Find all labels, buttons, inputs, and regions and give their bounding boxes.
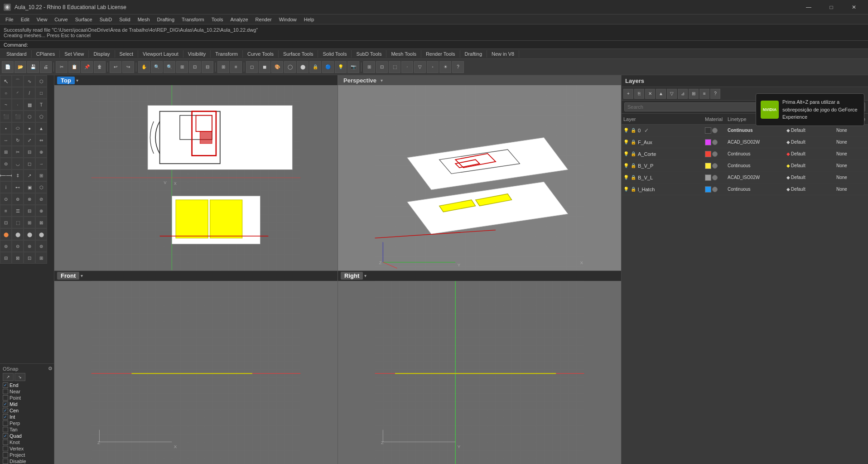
- tb-desel[interactable]: ⊡: [376, 61, 388, 73]
- tab-cplanes[interactable]: CPlanes: [32, 50, 60, 58]
- tab-set-view[interactable]: Set View: [60, 50, 89, 58]
- lt-run3[interactable]: ⬤: [24, 228, 35, 240]
- tb-mat[interactable]: 🔵: [322, 61, 334, 73]
- lt-misc3[interactable]: ⊛: [24, 240, 35, 252]
- layer-lhatch-color-circle[interactable]: [712, 187, 718, 192]
- lt-line[interactable]: /: [24, 87, 35, 99]
- menu-curve[interactable]: Curve: [51, 16, 71, 23]
- tb-copy[interactable]: 📋: [68, 61, 80, 73]
- tb-zoom-sel[interactable]: ⊡: [189, 61, 201, 73]
- close-button[interactable]: ✕: [844, 0, 864, 14]
- lt-layer3[interactable]: ⊟: [24, 205, 35, 217]
- osnap-disable-check[interactable]: [3, 459, 8, 464]
- menu-surface[interactable]: Surface: [72, 16, 96, 23]
- tb-render[interactable]: 🎨: [271, 61, 283, 73]
- vp-perspective-label[interactable]: Perspective: [341, 77, 379, 84]
- viewport-front[interactable]: Front ▾ Z X: [54, 271, 338, 464]
- menu-analyze[interactable]: Analyze: [227, 16, 251, 23]
- osnap-quad-check[interactable]: ✓: [3, 433, 8, 439]
- tab-solid-tools[interactable]: Solid Tools: [318, 50, 352, 58]
- tb-wire[interactable]: ◻: [246, 61, 258, 73]
- layer-row-0[interactable]: 💡 🔒 0 ✓ Continuous ◆ Default None: [622, 125, 868, 136]
- tb-pts[interactable]: ·: [401, 61, 413, 73]
- lt-fillet[interactable]: ◡: [12, 158, 24, 169]
- tab-render-tools[interactable]: Render Tools: [421, 50, 460, 58]
- layer-up-btn[interactable]: ▲: [656, 89, 666, 99]
- lt-misc4[interactable]: ⊚: [35, 240, 47, 252]
- tb-zoom-in[interactable]: 🔍: [151, 61, 163, 73]
- lt-grips2[interactable]: ⊚: [12, 193, 24, 205]
- lt-misc2[interactable]: ⊝: [12, 240, 24, 252]
- tab-drafting[interactable]: Drafting: [460, 50, 487, 58]
- lt-dim2[interactable]: ⇕: [12, 169, 24, 181]
- lt-hatch[interactable]: ▦: [24, 99, 35, 111]
- layer-bvl-color-box[interactable]: [705, 174, 711, 181]
- layer-help-btn[interactable]: ?: [710, 89, 720, 99]
- layer-row-bvp[interactable]: 💡 🔒 B_V_P Continuous ◆ Default None ⊞: [622, 160, 868, 172]
- tb-cut[interactable]: ✂: [56, 61, 68, 73]
- osnap-vertex-check[interactable]: [3, 446, 8, 451]
- lt-sph[interactable]: ●: [24, 122, 35, 134]
- tab-mesh-tools[interactable]: Mesh Tools: [386, 50, 421, 58]
- vp-top-dropdown-icon[interactable]: ▾: [76, 78, 78, 83]
- tb-grid[interactable]: ⊞: [217, 61, 229, 73]
- osnap-btn2[interactable]: ↘: [14, 373, 25, 381]
- layer-faux-color-box[interactable]: [705, 139, 711, 145]
- maximize-button[interactable]: □: [821, 0, 842, 14]
- tb-pan[interactable]: ✋: [138, 61, 150, 73]
- tb-paste[interactable]: 📌: [81, 61, 93, 73]
- lt-surf1[interactable]: ⬛: [0, 111, 12, 122]
- lt-extend[interactable]: →: [35, 158, 47, 169]
- menu-drafting[interactable]: Drafting: [154, 16, 178, 23]
- tab-transform[interactable]: Transform: [211, 50, 243, 58]
- layer-acorte-color-box[interactable]: [705, 151, 711, 157]
- lt-spline[interactable]: ~: [0, 99, 12, 111]
- lt-dist[interactable]: ⊷: [12, 181, 24, 193]
- lt-dim[interactable]: ⟵⟶: [0, 169, 12, 181]
- lt-split[interactable]: ⊟: [24, 146, 35, 158]
- lt-run4[interactable]: ⬤: [35, 228, 47, 240]
- osnap-near-check[interactable]: [3, 389, 8, 394]
- vp-front-dropdown-icon[interactable]: ▾: [81, 273, 83, 278]
- lt-mirror[interactable]: ⇔: [35, 134, 47, 146]
- tb-pts2[interactable]: ◦: [427, 61, 439, 73]
- vp-right-dropdown-icon[interactable]: ▾: [364, 273, 366, 278]
- lt-grips3[interactable]: ⊗: [24, 193, 35, 205]
- osnap-tan-check[interactable]: [3, 427, 8, 432]
- lt-3d1[interactable]: ⬡: [24, 111, 35, 122]
- tb-zoom-out[interactable]: 🔍: [164, 61, 175, 73]
- lt-array[interactable]: ⊞: [0, 146, 12, 158]
- menu-view[interactable]: View: [33, 16, 51, 23]
- lt-circle[interactable]: ○: [0, 87, 12, 99]
- layer-row-bvl[interactable]: 💡 🔒 B_V_L ACAD_ISO02W ◆ Default None ⊞: [622, 172, 868, 184]
- lt-run2[interactable]: ⬤: [12, 228, 24, 240]
- layer-bvp-name[interactable]: B_V_P: [638, 163, 653, 169]
- tab-standard[interactable]: Standard: [2, 50, 32, 58]
- lt-offset[interactable]: ⊖: [0, 158, 12, 169]
- menu-file[interactable]: File: [2, 16, 17, 23]
- layer-acorte-color-circle[interactable]: [712, 151, 718, 157]
- menu-transform[interactable]: Transform: [178, 16, 208, 23]
- lt-layer8[interactable]: ⊠: [35, 217, 47, 228]
- tb-help[interactable]: ?: [452, 61, 464, 73]
- lt-run1[interactable]: ⬤: [0, 228, 12, 240]
- lt-select[interactable]: ↖: [0, 75, 12, 87]
- lt-rotate[interactable]: ↻: [12, 134, 24, 146]
- tb-camera[interactable]: 📷: [347, 61, 359, 73]
- vp-right-label[interactable]: Right: [341, 272, 363, 280]
- lt-layer7[interactable]: ⊞: [24, 217, 35, 228]
- osnap-btn1[interactable]: ↗: [3, 373, 14, 381]
- layer-delete-btn[interactable]: ✕: [645, 89, 655, 99]
- menu-render[interactable]: Render: [252, 16, 275, 23]
- menu-subd[interactable]: SubD: [96, 16, 116, 23]
- osnap-gear-icon[interactable]: ⚙: [48, 366, 53, 372]
- menu-solid[interactable]: Solid: [116, 16, 134, 23]
- layer-0-name[interactable]: 0: [638, 128, 641, 133]
- lt-text[interactable]: T: [35, 99, 47, 111]
- layer-lhatch-name[interactable]: l_Hatch: [638, 187, 655, 192]
- lt-grips1[interactable]: ⊙: [0, 193, 12, 205]
- tb-print[interactable]: 🖨: [40, 61, 52, 73]
- viewport-right[interactable]: Right ▾: [338, 271, 621, 464]
- tb-inv-sel[interactable]: ⬚: [389, 61, 400, 73]
- lt-curve2[interactable]: ∿: [24, 75, 35, 87]
